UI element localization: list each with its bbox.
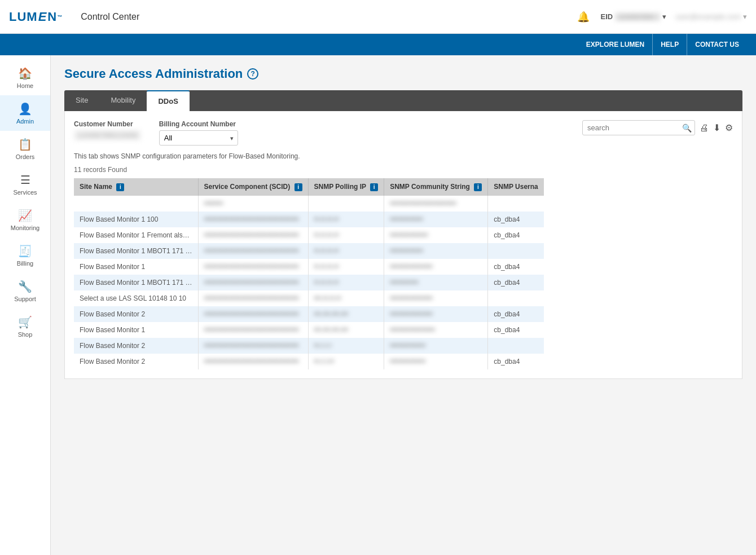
sidebar-item-admin[interactable]: 👤 Admin <box>0 95 50 131</box>
eid-label: EID <box>601 12 613 21</box>
table-cell: •••••••••••••••••••••••••••••••••••••••• <box>198 243 308 259</box>
table-row: Select a use LAS SGL 10148 10 10••••••••… <box>74 290 544 306</box>
table-container[interactable]: Site Name i Service Component (SCID) i S… <box>74 178 733 369</box>
help-icon[interactable]: ? <box>247 68 258 80</box>
orders-icon: 📋 <box>18 138 32 151</box>
table-cell: Flow Based Monitor 1 MBOT1 171 601 09075 <box>74 243 198 259</box>
table-cell: ••••••••••••••••••• <box>384 322 488 338</box>
table-cell: •••••••••••••• <box>384 243 488 259</box>
sidebar-item-orders[interactable]: 📋 Orders <box>0 131 50 166</box>
search-button[interactable]: 🔍 <box>682 124 692 133</box>
eid-dropdown-icon[interactable]: ▾ <box>662 12 666 21</box>
table-cell: •••••••••••••••••••••••••••••••••••••••• <box>198 306 308 322</box>
nav-contact-us[interactable]: CONTACT US <box>687 34 747 55</box>
table-row: Flow Based Monitor 1 100••••••••••••••••… <box>74 212 544 227</box>
table-row: Flow Based Monitor 2••••••••••••••••••••… <box>74 306 544 322</box>
col-site-name-info-icon[interactable]: i <box>116 183 124 191</box>
eid-selector[interactable]: EID 1234567890 ▾ <box>601 12 667 21</box>
table-cell: ••.••.••.•• <box>308 275 384 290</box>
admin-icon: 👤 <box>18 102 32 116</box>
table-row: •••••••••••••••••••••••••••••••••••• <box>74 196 544 212</box>
sidebar-label-billing: Billing <box>17 260 33 267</box>
support-icon: 🔧 <box>18 280 32 293</box>
table-cell <box>488 338 544 354</box>
search-input[interactable] <box>582 120 695 135</box>
table-row: Flow Based Monitor 1••••••••••••••••••••… <box>74 322 544 338</box>
table-cell: •••••••••••••••••••••••••••• <box>384 196 488 212</box>
table-cell: ••••••••••••••• <box>384 338 488 354</box>
table-cell <box>488 196 544 212</box>
col-scid[interactable]: Service Component (SCID) i <box>198 178 308 196</box>
table-row: Flow Based Monitor 1 Fremont also also 5… <box>74 227 544 243</box>
table-body: ••••••••••••••••••••••••••••••••••••Flow… <box>74 196 544 369</box>
services-icon: ☰ <box>20 173 30 187</box>
table-cell <box>74 196 198 212</box>
table-cell: Flow Based Monitor 1 Fremont also also 5… <box>74 227 198 243</box>
billing-icon: 🧾 <box>18 244 32 258</box>
sidebar-label-support: Support <box>14 296 36 302</box>
customer-number-value: 1234567890123456 <box>74 130 141 140</box>
col-scid-info-icon[interactable]: i <box>295 183 302 191</box>
table-cell: •••••••••••••••••••••••••••••••••••••••• <box>198 338 308 354</box>
nav-explore-lumen[interactable]: EXPLORE LUMEN <box>578 34 652 55</box>
table-cell: Flow Based Monitor 2 <box>74 306 198 322</box>
table-cell: ••.•.•.• <box>308 338 384 354</box>
billing-account-group: Billing Account Number All <box>159 120 238 146</box>
col-snmp-community[interactable]: SNMP Community String i <box>384 178 488 196</box>
info-text: This tab shows SNMP configuration parame… <box>74 152 733 160</box>
eid-value: 1234567890 <box>615 13 660 21</box>
sidebar-label-admin: Admin <box>16 118 34 125</box>
table-cell: •••••••••••••••••••••••••••••••••••••••• <box>198 290 308 306</box>
sidebar-item-support[interactable]: 🔧 Support <box>0 273 50 309</box>
user-selector[interactable]: user@example.com ▾ <box>675 12 747 21</box>
table-cell: ••.••.••.•• <box>308 243 384 259</box>
col-snmp-ip-info-icon[interactable]: i <box>370 183 378 191</box>
sidebar-label-monitoring: Monitoring <box>11 224 39 231</box>
sidebar-item-billing[interactable]: 🧾 Billing <box>0 237 50 273</box>
notifications-bell-icon[interactable]: 🔔 <box>575 8 592 25</box>
table-cell: •••••••••••••• <box>384 212 488 227</box>
table-cell: •••••••••••••••••• <box>384 290 488 306</box>
tab-ddos[interactable]: DDoS <box>147 90 189 111</box>
table-cell: •••••••••••••••••• <box>384 259 488 275</box>
tab-site[interactable]: Site <box>64 90 99 111</box>
table-cell: •••.•••.•••.••• <box>308 322 384 338</box>
table-cell: •••••••••••••••••••••••••••••••••••••••• <box>198 227 308 243</box>
table-cell: cb_dba4 <box>488 322 544 338</box>
table-row: Flow Based Monitor 1••••••••••••••••••••… <box>74 259 544 275</box>
table-cell <box>488 243 544 259</box>
table-cell: Select a use LAS SGL 10148 10 10 <box>74 290 198 306</box>
settings-icon[interactable]: ⚙ <box>725 122 733 133</box>
filter-row: Customer Number 1234567890123456 Billing… <box>74 120 733 146</box>
nav-help[interactable]: HELP <box>652 34 687 55</box>
search-wrapper: 🔍 🖨 ⬇ ⚙ <box>582 120 733 135</box>
tabs-container: Site Mobility DDoS <box>64 90 742 111</box>
sidebar-item-home[interactable]: 🏠 Home <box>0 60 50 95</box>
table-row: Flow Based Monitor 1 MBOT1 171 601 09907… <box>74 275 544 290</box>
sidebar-item-shop[interactable]: 🛒 Shop <box>0 309 50 344</box>
sidebar: 🏠 Home 👤 Admin 📋 Orders ☰ Services 📈 Mon… <box>0 55 51 555</box>
tab-mobility[interactable]: Mobility <box>99 90 147 111</box>
col-snmp-community-info-icon[interactable]: i <box>474 183 482 191</box>
table-cell: ••••••••••••••• <box>384 354 488 369</box>
download-icon[interactable]: ⬇ <box>713 122 720 133</box>
billing-account-select[interactable]: All <box>159 130 238 146</box>
table-row: Flow Based Monitor 2••••••••••••••••••••… <box>74 338 544 354</box>
app-title: Control Center <box>81 12 139 22</box>
col-site-name[interactable]: Site Name i <box>74 178 198 196</box>
table-cell <box>308 196 384 212</box>
sidebar-item-monitoring[interactable]: 📈 Monitoring <box>0 202 50 237</box>
data-table: Site Name i Service Component (SCID) i S… <box>74 178 733 369</box>
page-title: Secure Access Administration ? <box>64 67 742 81</box>
records-found: 11 records Found <box>74 166 733 174</box>
print-icon[interactable]: 🖨 <box>700 123 709 133</box>
table-cell: •••••••••••• <box>384 275 488 290</box>
user-dropdown-icon[interactable]: ▾ <box>743 12 747 21</box>
table-cell: Flow Based Monitor 2 <box>74 354 198 369</box>
sidebar-item-services[interactable]: ☰ Services <box>0 166 50 202</box>
col-snmp-username[interactable]: SNMP Userna <box>488 178 544 196</box>
col-snmp-ip[interactable]: SNMP Polling IP i <box>308 178 384 196</box>
shop-icon: 🛒 <box>18 315 32 329</box>
table-cell: cb_dba4 <box>488 259 544 275</box>
table-cell: Flow Based Monitor 1 <box>74 259 198 275</box>
